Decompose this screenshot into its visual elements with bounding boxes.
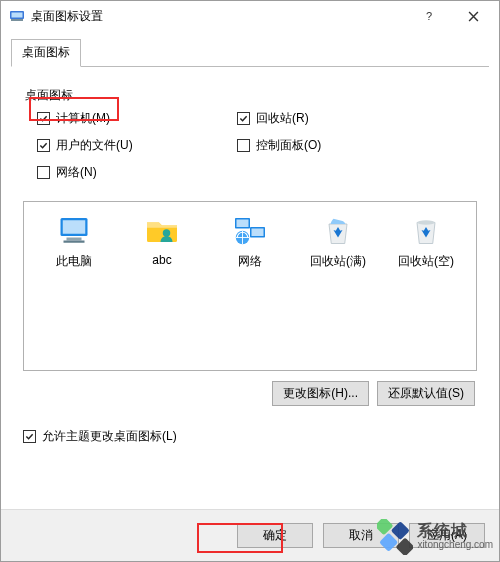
checkbox-icon — [37, 139, 50, 152]
app-icon — [9, 8, 25, 24]
svg-text:?: ? — [426, 10, 432, 22]
icon-label: 此电脑 — [56, 253, 92, 270]
cancel-button[interactable]: 取消 — [323, 523, 399, 548]
checkbox-label: 网络(N) — [56, 164, 97, 181]
svg-rect-5 — [63, 220, 86, 234]
checkbox-icon — [23, 430, 36, 443]
checkbox-label: 用户的文件(U) — [56, 137, 133, 154]
checkbox-controlpanel[interactable]: 控制面板(O) — [237, 137, 437, 154]
svg-rect-2 — [12, 13, 23, 18]
icon-label: 回收站(空) — [398, 253, 454, 270]
checkbox-network[interactable]: 网络(N) — [37, 164, 237, 181]
tab-content: 桌面图标 计算机(M) 回收站(R) 用户的文件(U) 控制面板(O) 网络(N… — [1, 67, 499, 455]
checkbox-userfiles[interactable]: 用户的文件(U) — [37, 137, 237, 154]
dialog-footer: 确定 取消 应用(A) — [1, 509, 499, 561]
checkbox-label: 控制面板(O) — [256, 137, 321, 154]
svg-point-8 — [163, 229, 171, 237]
icon-label: 回收站(满) — [310, 253, 366, 270]
checkbox-label: 回收站(R) — [256, 110, 309, 127]
icon-user-folder[interactable]: abc — [124, 212, 200, 267]
checkbox-recyclebin[interactable]: 回收站(R) — [237, 110, 437, 127]
svg-rect-6 — [67, 238, 82, 241]
apply-button[interactable]: 应用(A) — [409, 523, 485, 548]
checkbox-label: 计算机(M) — [56, 110, 110, 127]
window-title: 桌面图标设置 — [31, 8, 407, 25]
icon-row: 此电脑 abc 网络 回收站(满) 回收站(空) — [30, 212, 470, 270]
icon-label: 网络 — [238, 253, 262, 270]
restore-defaults-button[interactable]: 还原默认值(S) — [377, 381, 475, 406]
svg-rect-7 — [64, 241, 85, 243]
icon-recycle-empty[interactable]: 回收站(空) — [388, 212, 464, 270]
tab-desktop-icons[interactable]: 桌面图标 — [11, 39, 81, 67]
icon-network[interactable]: 网络 — [212, 212, 288, 270]
icon-label: abc — [152, 253, 171, 267]
icon-buttons-row: 更改图标(H)... 还原默认值(S) — [23, 381, 477, 406]
checkbox-icon — [37, 166, 50, 179]
checkbox-computer[interactable]: 计算机(M) — [37, 110, 237, 127]
checkbox-icon — [37, 112, 50, 125]
checkbox-icon — [237, 139, 250, 152]
svg-rect-1 — [11, 19, 23, 21]
icon-preview-box: 此电脑 abc 网络 回收站(满) 回收站(空) — [23, 201, 477, 371]
checkbox-label: 允许主题更改桌面图标(L) — [42, 428, 177, 445]
svg-rect-10 — [237, 220, 249, 228]
icon-recycle-full[interactable]: 回收站(满) — [300, 212, 376, 270]
checkbox-icon — [237, 112, 250, 125]
titlebar: 桌面图标设置 ? — [1, 1, 499, 31]
svg-rect-12 — [252, 229, 264, 237]
icon-this-pc[interactable]: 此电脑 — [36, 212, 112, 270]
group-label: 桌面图标 — [25, 87, 477, 104]
svg-point-14 — [417, 220, 435, 225]
help-button[interactable]: ? — [407, 1, 451, 31]
checkbox-grid: 计算机(M) 回收站(R) 用户的文件(U) 控制面板(O) 网络(N) — [23, 110, 477, 181]
ok-button[interactable]: 确定 — [237, 523, 313, 548]
dialog-window: 桌面图标设置 ? 桌面图标 桌面图标 计算机(M) 回收站(R) 用户的文件(U… — [0, 0, 500, 562]
change-icon-button[interactable]: 更改图标(H)... — [272, 381, 369, 406]
close-button[interactable] — [451, 1, 495, 31]
tab-strip: 桌面图标 — [1, 31, 499, 67]
checkbox-allow-themes[interactable]: 允许主题更改桌面图标(L) — [23, 428, 477, 445]
